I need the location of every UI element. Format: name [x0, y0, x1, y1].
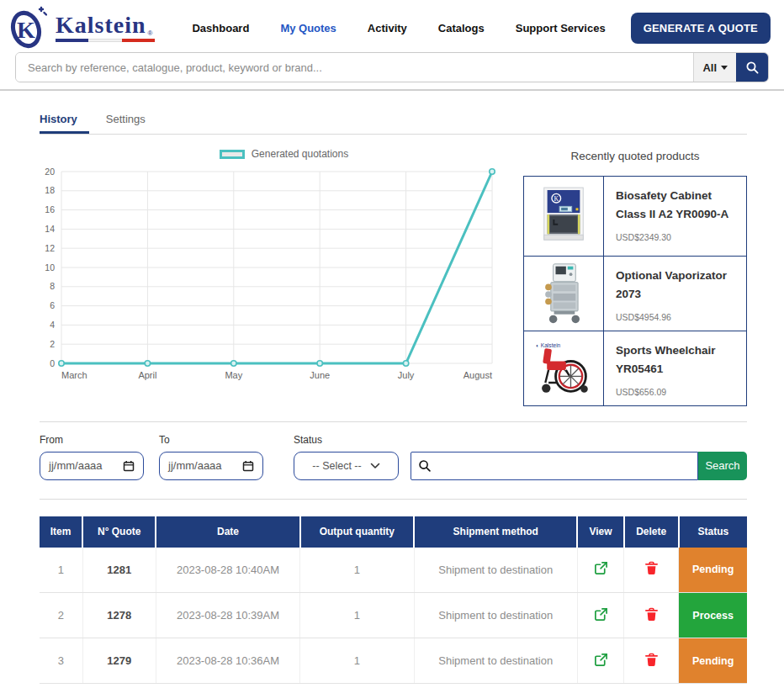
calendar-icon[interactable]: [123, 460, 135, 472]
brand-name: Kalstein: [56, 13, 146, 37]
delete-quote-button[interactable]: [645, 653, 658, 667]
view-cell[interactable]: [577, 638, 623, 684]
from-label: From: [40, 434, 144, 446]
global-search-input[interactable]: [16, 53, 693, 82]
column-header-item: Item: [40, 516, 82, 548]
svg-text:May: May: [225, 370, 242, 380]
search-category-value: All: [702, 61, 717, 74]
svg-text:18: 18: [45, 185, 55, 195]
svg-text:10: 10: [45, 262, 55, 273]
product-price: USD$4954.96: [616, 312, 736, 322]
table-body: 112812023-08-28 10:40AM1Shipment to dest…: [40, 548, 747, 684]
delete-quote-button[interactable]: [645, 561, 658, 575]
svg-text:2: 2: [50, 339, 55, 349]
output-quantity: 1: [300, 638, 414, 684]
chart-canvas: 02468101214161820MarchAprilMayJuneJulyAu…: [40, 163, 495, 392]
column-header-n-quote: N° Quote: [82, 516, 156, 548]
view-quote-button[interactable]: [594, 561, 608, 575]
generate-quote-button[interactable]: GENERATE A QUOTE: [631, 13, 771, 44]
data-point-august[interactable]: [490, 169, 495, 174]
status-cell: Pending: [679, 548, 747, 593]
nav-item-dashboard[interactable]: Dashboard: [192, 22, 249, 34]
delete-quote-button[interactable]: [645, 607, 658, 622]
tab-bar: History Settings: [0, 91, 784, 134]
product-card[interactable]: ◐ KalsteinSports Wheelchair YR05461USD$6…: [524, 331, 746, 405]
recent-products-panel: Recently quoted products KBiosafety Cabi…: [523, 148, 747, 406]
nav-item-catalogs[interactable]: Catalogs: [438, 22, 485, 34]
product-card[interactable]: Optional Vaporizator 2073USD$4954.96: [524, 257, 746, 331]
data-point-may[interactable]: [231, 361, 236, 366]
kalstein-logo[interactable]: K Kalstein ®: [8, 6, 155, 50]
svg-text:4: 4: [50, 320, 55, 330]
view-quote-button[interactable]: [594, 653, 608, 667]
product-name: Sports Wheelchair YR05461: [616, 341, 736, 379]
from-date-placeholder: jj/mm/aaaa: [49, 459, 118, 472]
quotations-chart: Generated quotations 02468101214161820Ma…: [40, 148, 495, 392]
external-link-icon[interactable]: [594, 561, 608, 575]
search-category-dropdown[interactable]: All: [693, 53, 736, 82]
data-point-april[interactable]: [145, 361, 150, 366]
svg-text:14: 14: [45, 224, 55, 234]
to-date-placeholder: jj/mm/aaaa: [168, 459, 237, 472]
wheelchair-image: ◐ Kalstein: [524, 331, 604, 405]
data-point-june[interactable]: [317, 361, 322, 366]
caret-down-icon: [721, 66, 728, 70]
view-quote-button[interactable]: [594, 607, 608, 622]
from-date-input[interactable]: jj/mm/aaaa: [40, 452, 144, 480]
main-nav: DashboardMy QuotesActivityCatalogsSuppor…: [192, 22, 605, 34]
search-icon: [418, 459, 432, 473]
svg-text:16: 16: [45, 204, 55, 214]
status-select[interactable]: -- Select --: [294, 452, 399, 480]
delete-cell[interactable]: [624, 593, 679, 638]
nav-item-activity[interactable]: Activity: [368, 22, 407, 34]
svg-text:July: July: [398, 370, 415, 380]
trash-icon[interactable]: [645, 607, 658, 622]
quote-number: 1279: [82, 638, 156, 684]
to-date-input[interactable]: jj/mm/aaaa: [159, 452, 263, 480]
calendar-icon[interactable]: [242, 460, 254, 472]
trash-icon[interactable]: [645, 653, 658, 667]
svg-text:March: March: [61, 370, 87, 380]
status-cell: Process: [679, 593, 747, 638]
view-cell[interactable]: [577, 548, 623, 593]
item: 2: [40, 593, 82, 638]
output-quantity: 1: [300, 548, 414, 593]
product-name: Optional Vaporizator 2073: [616, 267, 736, 304]
svg-text:April: April: [138, 370, 156, 380]
data-point-march[interactable]: [59, 361, 64, 366]
column-header-date: Date: [156, 516, 299, 548]
tab-history[interactable]: History: [40, 113, 77, 134]
svg-text:8: 8: [50, 281, 55, 291]
tab-settings[interactable]: Settings: [106, 113, 146, 134]
svg-text:6: 6: [50, 300, 55, 310]
nav-item-my-quotes[interactable]: My Quotes: [280, 22, 336, 34]
biosafety-cabinet-image: K: [524, 177, 604, 256]
chevron-down-icon: [370, 463, 380, 469]
external-link-icon[interactable]: [594, 607, 608, 622]
quote-number: 1281: [82, 548, 156, 593]
table-search-button[interactable]: Search: [698, 452, 747, 480]
product-card[interactable]: KBiosafety Cabinet Class II A2 YR0090-AU…: [524, 177, 746, 257]
output-quantity: 1: [300, 593, 414, 638]
column-header-shipment-method: Shipment method: [414, 516, 577, 548]
delete-cell[interactable]: [624, 638, 679, 684]
trash-icon[interactable]: [645, 561, 658, 575]
column-header-status: Status: [679, 516, 747, 548]
table-search-input[interactable]: [437, 459, 691, 472]
legend-label: Generated quotations: [252, 148, 348, 160]
chart-legend[interactable]: Generated quotations: [40, 148, 495, 160]
global-search-button[interactable]: [736, 53, 768, 82]
item: 1: [40, 548, 82, 593]
status-badge: Pending: [679, 548, 747, 593]
filters-row: From jj/mm/aaaa To jj/mm/aaaa Status: [0, 422, 784, 480]
status-badge: Process: [679, 593, 747, 638]
status-select-value: -- Select --: [312, 460, 361, 472]
view-cell[interactable]: [577, 593, 623, 638]
nav-item-support-services[interactable]: Support Services: [516, 22, 606, 34]
item: 3: [40, 638, 82, 684]
quote-date: 2023-08-28 10:39AM: [156, 593, 299, 638]
external-link-icon[interactable]: [594, 653, 608, 667]
delete-cell[interactable]: [624, 548, 679, 593]
svg-text:K: K: [554, 195, 559, 203]
data-point-july[interactable]: [403, 361, 408, 366]
